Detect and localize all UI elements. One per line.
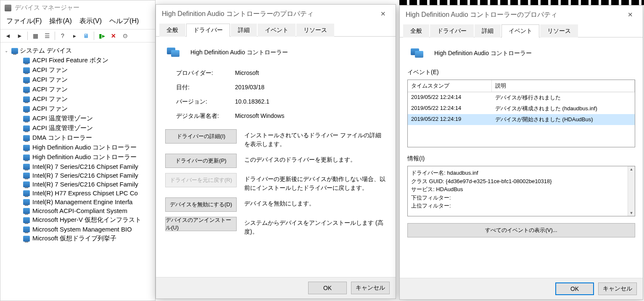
show-hide-tree-button[interactable]: ▦ — [30, 31, 40, 41]
tree-item[interactable]: High Definition Audio コントローラー — [2, 152, 153, 162]
event-row[interactable]: 2019/05/22 12:24:14デバイスが構成されました (hdaudbu… — [408, 103, 635, 114]
help-button[interactable]: ? — [58, 31, 68, 41]
scan-button[interactable]: ▸ — [69, 31, 79, 41]
event-row[interactable]: 2019/05/22 12:24:14デバイスが移行されました — [408, 92, 635, 103]
tree-item[interactable]: Microsoft Hyper-V 仮想化インフラスト — [2, 215, 153, 225]
update-driver-button[interactable]: ドライバーの更新(P) — [165, 154, 237, 168]
device-icon — [23, 173, 30, 178]
scrollbar[interactable]: ▲▼ — [628, 166, 635, 216]
tab-resource[interactable]: リソース — [296, 24, 334, 37]
disable-device-button[interactable]: デバイスを無効にする(D) — [165, 197, 237, 212]
tree-item[interactable]: ACPI ファン — [2, 75, 153, 85]
tree-root[interactable]: ⌄ システム デバイス — [2, 46, 153, 56]
menubar: ファイル(F) 操作(A) 表示(V) ヘルプ(H) — [0, 15, 155, 29]
event-row[interactable]: 2019/05/22 12:24:19デバイスが開始されました (HDAudBu… — [408, 114, 635, 125]
rollback-driver-desc: ドライバーの更新後にデバイスが動作しない場合、以前にインストールしたドライバーに… — [244, 173, 386, 192]
provider-label: プロバイダー: — [176, 69, 235, 77]
cancel-button[interactable]: キャンセル — [351, 282, 390, 294]
tree-item[interactable]: Microsoft 仮想ドライブ列挙子 — [2, 234, 153, 243]
events-group-label: イベント(E) — [407, 67, 635, 78]
device-icon — [23, 164, 30, 170]
info-line: サービス: HDAudBus — [411, 185, 631, 194]
event-timestamp: 2019/05/22 12:24:14 — [408, 92, 492, 103]
close-button[interactable]: ✕ — [376, 9, 390, 19]
close-button[interactable]: ✕ — [623, 10, 637, 20]
menu-help[interactable]: ヘルプ(H) — [109, 17, 139, 26]
tab-row: 全般 ドライバー 詳細 イベント リソース — [400, 24, 643, 37]
tab-event[interactable]: イベント — [501, 24, 539, 37]
tab-detail[interactable]: 詳細 — [231, 24, 257, 37]
uninstall-device-button[interactable]: デバイスのアンインストール(U) — [165, 217, 237, 231]
tab-detail[interactable]: 詳細 — [475, 24, 501, 37]
device-label: Intel(R) Management Engine Interfa — [32, 198, 132, 205]
tab-event[interactable]: イベント — [258, 24, 296, 37]
signer-value: Microsoft Windows — [235, 112, 375, 120]
tree-item[interactable]: Intel(R) 7 Series/C216 Chipset Family — [2, 162, 153, 171]
monitor-button[interactable]: 🖥 — [81, 31, 91, 41]
device-icon — [167, 46, 182, 59]
properties-dialog-event: High Definition Audio コントローラーのプロパティ ✕ 全般… — [399, 5, 643, 300]
event-timestamp: 2019/05/22 12:24:14 — [408, 103, 492, 114]
device-label: ACPI Fixed Feature ボタン — [32, 56, 108, 64]
info-textbox[interactable]: ドライバー名: hdaudbus.inf クラス GUID: {4d36e97d… — [407, 166, 635, 216]
tab-driver[interactable]: ドライバー — [430, 24, 474, 37]
tree-item[interactable]: Intel(R) H77 Express Chipset LPC Co — [2, 189, 153, 197]
device-icon — [23, 96, 30, 102]
tree-item[interactable]: DMA コントローラー — [2, 133, 153, 143]
properties-button[interactable]: ☰ — [42, 31, 52, 41]
tree-item[interactable]: ACPI ファン — [2, 65, 153, 75]
ok-button[interactable]: OK — [308, 282, 347, 294]
cancel-button[interactable]: キャンセル — [598, 282, 637, 295]
tree-item[interactable]: Intel(R) 7 Series/C216 Chipset Family — [2, 180, 153, 189]
tab-row: 全般 ドライバー 詳細 イベント リソース — [156, 23, 396, 37]
tree-item[interactable]: Microsoft ACPI-Compliant System — [2, 206, 153, 215]
menu-view[interactable]: 表示(V) — [79, 17, 102, 26]
dialog-titlebar: High Definition Audio コントローラーのプロパティ ✕ — [400, 5, 643, 24]
events-table[interactable]: タイムスタンプ 説明 2019/05/22 12:24:14デバイスが移行されま… — [407, 80, 635, 147]
tree-item[interactable]: ACPI 温度管理ゾーン — [2, 123, 153, 133]
view-all-events-button[interactable]: すべてのイベントの表示(V)... — [407, 223, 635, 237]
event-timestamp: 2019/05/22 12:24:19 — [408, 114, 492, 125]
driver-details-button[interactable]: ドライバーの詳細(I) — [165, 129, 237, 144]
tree-item[interactable]: ACPI ファン — [2, 94, 153, 104]
back-button[interactable]: ◄ — [3, 31, 13, 41]
signer-label: デジタル署名者: — [176, 112, 235, 120]
tree-item[interactable]: Intel(R) 7 Series/C216 Chipset Family — [2, 171, 153, 180]
device-label: ACPI ファン — [32, 66, 68, 74]
menu-file[interactable]: ファイル(F) — [6, 17, 42, 26]
uninstall-button[interactable]: ✕ — [108, 31, 119, 41]
update-driver-button[interactable]: ⊙ — [120, 31, 130, 41]
device-icon — [23, 190, 30, 196]
info-line: ドライバー名: hdaudbus.inf — [411, 169, 631, 177]
dialog-footer: OK キャンセル — [156, 277, 396, 298]
device-label: Microsoft System Management BIO — [32, 226, 132, 233]
device-icon — [411, 47, 426, 60]
tree-item[interactable]: ACPI ファン — [2, 104, 153, 114]
device-label: High Definition Audio コントローラー — [32, 153, 137, 161]
dialog-titlebar: High Definition Audio コントローラーのプロパティ ✕ — [156, 5, 396, 23]
col-timestamp[interactable]: タイムスタンプ — [408, 80, 492, 92]
tab-resource[interactable]: リソース — [540, 24, 578, 37]
date-value: 2019/03/18 — [235, 84, 375, 91]
tab-general[interactable]: 全般 — [403, 24, 429, 37]
device-label: DMA コントローラー — [32, 134, 92, 142]
tab-general[interactable]: 全般 — [159, 24, 185, 37]
tree-item[interactable]: Microsoft System Management BIO — [2, 225, 153, 234]
tree-item[interactable]: ACPI Fixed Feature ボタン — [2, 56, 153, 65]
col-description[interactable]: 説明 — [492, 80, 635, 92]
device-label: ACPI 温度管理ゾーン — [32, 124, 93, 132]
collapse-icon[interactable]: ⌄ — [5, 48, 10, 53]
device-label: ACPI 温度管理ゾーン — [32, 115, 93, 123]
menu-action[interactable]: 操作(A) — [49, 17, 71, 26]
tree-item[interactable]: High Definition Audio コントローラー — [2, 143, 153, 152]
tree-item[interactable]: Intel(R) Management Engine Interfa — [2, 197, 153, 206]
enable-button[interactable]: ▮▸ — [97, 31, 107, 41]
forward-button[interactable]: ► — [15, 31, 25, 41]
device-label: Microsoft ACPI-Compliant System — [32, 207, 127, 214]
device-label: Microsoft Hyper-V 仮想化インフラスト — [32, 216, 141, 224]
tree-item[interactable]: ACPI ファン — [2, 85, 153, 94]
tab-driver[interactable]: ドライバー — [186, 24, 230, 37]
device-tree[interactable]: ⌄ システム デバイス ACPI Fixed Feature ボタンACPI フ… — [0, 43, 155, 292]
tree-item[interactable]: ACPI 温度管理ゾーン — [2, 114, 153, 123]
ok-button[interactable]: OK — [555, 282, 594, 295]
